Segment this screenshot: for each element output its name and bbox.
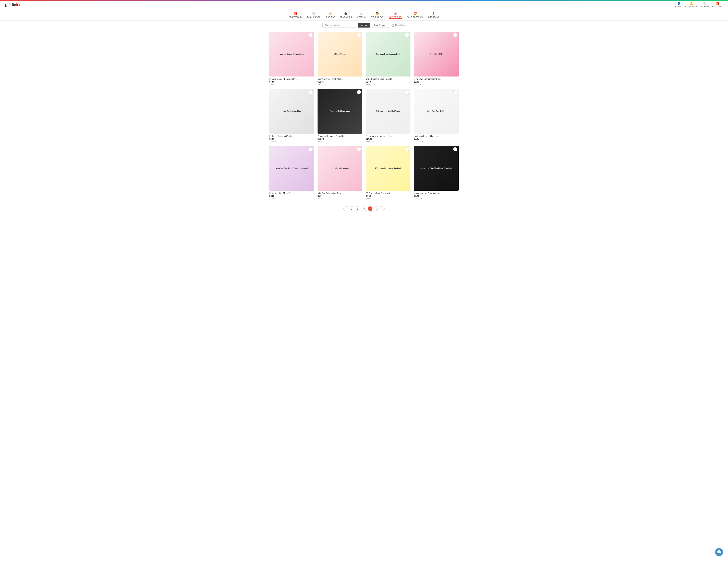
logo[interactable]: gift finer [5,2,21,7]
product-title-4: Mimi Love Grandmother Des... [414,78,459,80]
product-image-text-8: Best Mimi Ever T-shirt [414,89,459,134]
product-image-3: Best Mum Ever Coupons Book + [366,32,410,77]
cat-item-fathers-day[interactable]: 👨FATHER'S DAY [371,12,384,19]
add-button-2[interactable]: + [357,33,361,37]
hi-ying-icon: 👤 [677,2,681,5]
wedding-icon: 💍 [359,12,363,16]
product-card-2[interactable]: #Mama T-shirt + Mama Minnie T-shirt. Mot… [318,32,362,86]
add-button-12[interactable]: + [453,147,457,151]
pagination-prev[interactable]: ‹ [343,206,348,211]
pagination: ‹12345› [0,203,728,218]
product-image-text-6: Promoted To Meme Again [318,89,362,134]
nav-icon-gift-finder[interactable]: 🎁GIFT FINDER [712,2,723,8]
product-card-10[interactable]: mini mini mini leopard + Mini Png Sublim… [318,146,362,200]
fathers-day-icon: 👨 [375,12,379,16]
nav-icon-wish-list[interactable]: 🤍WISH LIST [700,2,709,8]
product-card-3[interactable]: Best Mum Ever Coupons Book + MUM Coupons… [366,32,410,86]
product-title-8: Best Mimi Ever sublimatio... [414,135,459,137]
product-card-12[interactable]: mama bear SVG/PNG Digital Download + Mam… [414,146,459,200]
product-image-9: Mom You Were Right (about everything) + [269,146,314,191]
product-card-7[interactable]: Be Everything Bee Kind T-shirt + Be Ever… [366,89,410,143]
filter-button[interactable]: FILTER [358,23,370,28]
gift-finder-label: GIFT FINDER [712,6,723,8]
product-image-1: Aunt No Shame Minivan Game + [269,32,314,77]
product-title-7: Be Everything Bee Kind So... [366,135,410,137]
product-card-11[interactable]: A5 Personalised Daisy Notebook + A5 Pers… [366,146,410,200]
most-views-checkbox[interactable] [392,24,394,27]
gift-finder-icon: 🎁 [716,2,720,5]
product-card-4[interactable]: #mimilife LOVE + Mimi Love Grandmother D… [414,32,459,86]
pagination-page-5[interactable]: 5 [374,206,379,211]
product-card-1[interactable]: Aunt No Shame Minivan Game + Minivan Gam… [269,32,314,86]
product-image-8: Best Mimi Ever T-shirt + [414,89,459,134]
product-views-3: Views: 274 [366,83,410,86]
product-price-11: $7.50 [366,195,410,197]
product-image-text-12: mama bear SVG/PNG Digital Download [414,146,459,191]
add-button-5[interactable]: + [309,90,313,94]
product-image-text-1: Aunt No Shame Minivan Game [269,32,314,77]
product-image-text-2: #Mama T-shirt [318,32,362,77]
filter-input[interactable] [322,23,356,28]
pagination-page-1[interactable]: 1 [349,206,354,211]
add-button-7[interactable]: + [405,90,409,94]
add-button-8[interactable]: + [453,90,457,94]
product-price-8: $3.95 [414,138,459,140]
anniversary-label: ANNIVERSARY [289,16,302,18]
product-image-4: #mimilife LOVE + [414,32,459,77]
cat-item-mothers-day[interactable]: 🌸MOTHER'S DAY [389,12,402,19]
cat-item-wedding[interactable]: 💍WEDDING [357,12,366,19]
graduation-icon: 🎓 [344,12,348,16]
product-card-5[interactable]: Your Design Here Mug + Mother's Day Mug … [269,89,314,143]
product-views-9: Views: 122 [269,198,314,200]
add-button-9[interactable]: + [309,147,313,151]
product-price-9: $3.99 [269,195,314,197]
product-image-text-7: Be Everything Bee Kind T-shirt [366,89,410,134]
product-card-6[interactable]: Promoted To Meme Again + Promoted To Mem… [318,89,362,143]
product-image-7: Be Everything Bee Kind T-shirt + [366,89,410,134]
product-image-2: #Mama T-shirt + [318,32,362,77]
baby-shower-icon: 🤍 [312,12,316,16]
product-card-8[interactable]: Best Mimi Ever T-shirt + Best Mimi Ever … [414,89,459,143]
product-grid: Aunt No Shame Minivan Game + Minivan Gam… [263,30,465,203]
pagination-page-3[interactable]: 3 [362,206,366,211]
product-card-9[interactable]: Mom You Were Right (about everything) + … [269,146,314,200]
add-button-6[interactable]: + [357,90,361,94]
cat-item-baby-shower[interactable]: 🤍BABY SHOWER [307,12,321,19]
filter-bar: FILTER Price Range $0 - $5 $5 - $10 $10 … [0,21,728,30]
logo-text-before: gift fin [5,2,16,7]
add-button-4[interactable]: + [453,33,457,37]
cat-item-birthday[interactable]: 🎂BIRTHDAY [326,12,335,19]
product-price-3: $5.50 [366,81,410,83]
product-title-2: Mama Minnie T-shirt. Moth... [318,78,362,80]
pagination-page-4[interactable]: 4 [368,206,372,211]
hi-ying-label: HI, YING [675,6,682,8]
add-button-1[interactable]: + [309,33,313,37]
pagination-next[interactable]: › [380,206,385,211]
birthday-icon: 🎂 [328,12,332,16]
product-views-7: Views: 23 [366,141,410,143]
add-button-11[interactable]: + [405,147,409,151]
mothers-day-label: MOTHER'S DAY [389,16,402,18]
product-image-11: A5 Personalised Daisy Notebook + [366,146,410,191]
product-price-12: $2.24 [414,195,459,197]
product-image-12: mama bear SVG/PNG Digital Download + [414,146,459,191]
logo-text-after: er [17,2,21,7]
nav-icon-notification[interactable]: 🔔NOTIFICATION [685,2,697,8]
price-range-select[interactable]: Price Range $0 - $5 $5 - $10 $10 - $20 $… [372,23,390,28]
nav-icon-hi-ying[interactable]: 👤HI, YING [675,2,682,8]
product-title-1: Minivan Game - Funny Moth... [269,78,314,80]
add-button-10[interactable]: + [357,147,361,151]
most-views-label[interactable]: Most Views [392,24,406,27]
cat-item-anniversary[interactable]: 🎁ANNIVERSARY [289,12,302,19]
product-title-10: Mini Png Sublimation Desi... [318,192,362,194]
product-title-9: Mom was right/Mother'... [269,192,314,194]
add-button-3[interactable]: + [405,33,409,37]
wish-list-icon: 🤍 [703,2,707,5]
cat-item-graduation[interactable]: 🎓GRADUATION [340,12,352,19]
product-image-text-3: Best Mum Ever Coupons Book [366,32,410,77]
pagination-page-2[interactable]: 2 [356,206,360,211]
cat-item-christmas[interactable]: ⛄CHRISTMAS [428,12,439,19]
cat-item-valentines-day[interactable]: 💝VALENTINE'S DAY [407,12,423,19]
birthday-label: BIRTHDAY [326,16,335,18]
product-title-5: Mother's Day Mug Mock... [269,135,314,137]
